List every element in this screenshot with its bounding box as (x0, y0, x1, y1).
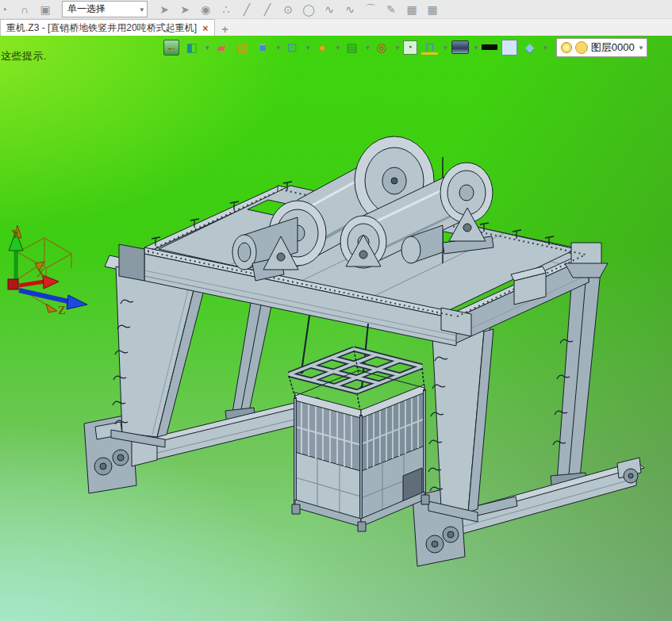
rotate-view-icon[interactable]: ◔ (0, 2, 13, 17)
circle-icon[interactable]: ◯ (300, 2, 317, 17)
annotate-icon[interactable]: ◧ (183, 39, 200, 56)
chevron-down-icon[interactable]: ▾ (205, 44, 209, 52)
axis-x-label: X (36, 266, 45, 279)
layer-color-icon[interactable] (575, 41, 588, 54)
spline2-icon[interactable]: ∿ (341, 2, 359, 17)
layer-name: 图层0000 (591, 40, 635, 55)
chevron-down-icon[interactable]: ▾ (366, 44, 370, 52)
axis-y-label: Y (11, 228, 20, 240)
bulb-icon[interactable] (561, 42, 572, 53)
cursor-icon[interactable]: ➤ (156, 2, 173, 17)
circle-center-icon[interactable]: ⊙ (279, 2, 297, 17)
selection-mode-value: 单一选择 (67, 2, 106, 16)
spline-icon[interactable]: ∿ (321, 2, 338, 17)
view-toolbar: ← ◧▾ ▰ ▧ ■▾ ⊡▾ ●▾ ▤▾ ◎▾ ▪ ⊓▾ ▾ ◆▾ 图层0000… (163, 37, 647, 57)
chevron-down-icon[interactable]: ▾ (306, 44, 310, 52)
target-rotate-icon[interactable]: ◎ (374, 39, 390, 56)
tab-close-icon[interactable]: × (202, 22, 209, 34)
chevron-down-icon[interactable]: ▾ (277, 44, 281, 52)
document-tab[interactable]: 重机.Z3 - [直销桥地铁竖井用20吨桥式起重机] × (0, 19, 215, 36)
chevron-down-icon[interactable]: ▾ (444, 44, 447, 52)
app-window: ◔ ∩ ▣ 单一选择 ▾ ➤ ➤ ◉ ∴ ╱ ╱ ⊙ ◯ ∿ ∿ ⌒ ✎ ▦ ▦… (0, 0, 672, 621)
crane-model (84, 136, 644, 566)
sphere-icon[interactable]: ● (314, 39, 331, 56)
document-tab-bar: 重机.Z3 - [直销桥地铁竖井用20吨桥式起重机] × + (0, 19, 672, 36)
cube-icon[interactable]: ■ (255, 39, 271, 56)
stop-square-icon[interactable]: ▣ (36, 2, 54, 17)
chevron-down-icon: ▾ (140, 6, 144, 13)
points-icon[interactable]: ∴ (217, 2, 235, 17)
line-icon[interactable]: ╱ (238, 2, 255, 17)
wedge-icon[interactable]: ◆ (521, 39, 538, 56)
pen-line-icon[interactable]: ✎ (382, 2, 400, 17)
chevron-down-icon[interactable]: ▾ (474, 44, 478, 52)
orientation-triad[interactable]: Y X Z (8, 225, 87, 316)
cube-insert-icon[interactable]: ⊡ (284, 39, 301, 56)
small-box-icon[interactable]: ▪ (403, 40, 417, 55)
line-width-icon[interactable] (482, 44, 497, 50)
selection-mode-combo[interactable]: 单一选择 ▾ (62, 1, 148, 17)
layer-combo[interactable]: 图层0000 ▾ (556, 38, 647, 57)
monitor-icon[interactable] (451, 40, 469, 54)
document-tab-title: 重机.Z3 - [直销桥地铁竖井用20吨桥式起重机] (6, 21, 197, 35)
eraser-icon[interactable]: ▰ (213, 39, 230, 56)
section-plane-icon[interactable]: ⊓ (421, 40, 438, 55)
chevron-down-icon[interactable]: ▾ (336, 44, 340, 52)
polyline-icon[interactable]: ╱ (259, 2, 276, 17)
stamp2-icon[interactable]: ▦ (424, 2, 441, 17)
axis-z-label: Z (58, 304, 66, 316)
cursor-snap-icon[interactable]: ➤ (176, 2, 194, 17)
quick-access-toolbar: ◔ ∩ ▣ 单一选择 ▾ ➤ ➤ ◉ ∴ ╱ ╱ ⊙ ◯ ∿ ∿ ⌒ ✎ ▦ ▦ (0, 0, 672, 19)
hint-text: 这些提示. (1, 49, 47, 63)
open-box-icon[interactable]: ▧ (234, 39, 251, 56)
model-viewport-svg: Y X Z (0, 36, 672, 621)
stamp-icon[interactable]: ▦ (403, 2, 420, 17)
chevron-down-icon[interactable]: ▾ (543, 44, 547, 52)
play-circle-icon[interactable]: ◉ (197, 2, 214, 17)
color-swatch-icon[interactable] (501, 40, 517, 56)
arc-icon[interactable]: ⌒ (362, 2, 379, 17)
curve-icon[interactable]: ∩ (16, 2, 33, 17)
chevron-down-icon[interactable]: ▾ (396, 44, 400, 52)
chevron-down-icon: ▾ (639, 44, 643, 52)
exit-icon[interactable]: ← (163, 40, 179, 56)
clipboard-frame-icon[interactable]: ▤ (344, 39, 360, 56)
new-tab-button[interactable]: + (215, 23, 236, 36)
viewport[interactable]: 这些提示. ← ◧▾ ▰ ▧ ■▾ ⊡▾ ●▾ ▤▾ ◎▾ ▪ ⊓▾ ▾ ◆▾ … (0, 36, 672, 621)
